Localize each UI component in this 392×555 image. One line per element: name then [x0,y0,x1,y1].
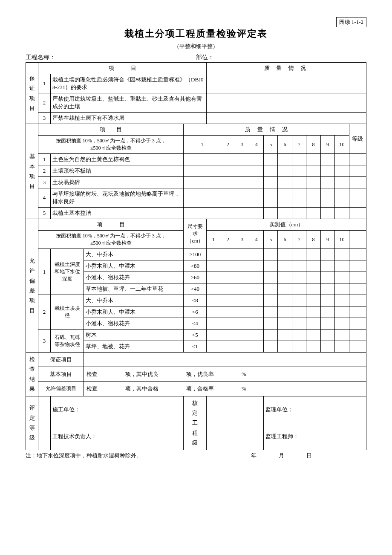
value-cell[interactable] [278,306,292,318]
value-cell[interactable] [221,208,235,219]
value-cell[interactable] [349,330,366,341]
value-cell[interactable] [335,341,349,353]
results-dev-text[interactable]: 检查 项，其中合格 项，合格率 % [84,382,366,396]
value-cell[interactable] [278,283,292,295]
value-cell[interactable] [207,330,221,341]
value-cell[interactable] [306,341,320,353]
value-cell[interactable] [249,272,263,283]
value-cell[interactable] [235,249,249,260]
value-cell[interactable] [263,318,277,330]
value-cell[interactable] [278,272,292,283]
value-cell[interactable] [306,260,320,272]
value-cell[interactable] [292,283,306,295]
value-cell[interactable] [349,295,366,306]
value-cell[interactable] [306,272,320,283]
value-cell[interactable] [320,341,334,353]
value-cell[interactable] [349,272,366,283]
value-cell[interactable] [349,249,366,260]
value-cell[interactable] [221,330,235,341]
value-cell[interactable] [221,177,235,188]
value-cell[interactable] [335,283,349,295]
value-cell[interactable] [292,306,306,318]
value-cell[interactable] [320,165,334,177]
value-cell[interactable] [221,165,235,177]
value-cell[interactable] [263,165,277,177]
value-cell[interactable] [249,208,263,219]
value-cell[interactable] [207,306,221,318]
value-cell[interactable] [235,208,249,219]
value-cell[interactable] [249,306,263,318]
value-cell[interactable] [249,295,263,306]
value-cell[interactable] [235,341,249,353]
value-cell[interactable] [263,330,277,341]
value-cell[interactable] [278,318,292,330]
value-cell[interactable] [320,330,334,341]
value-cell[interactable] [320,177,334,188]
value-cell[interactable] [349,283,366,295]
value-cell[interactable] [221,341,235,353]
value-cell[interactable] [207,260,221,272]
value-cell[interactable] [235,154,249,165]
value-cell[interactable] [349,177,366,188]
value-cell[interactable] [278,165,292,177]
results-guarantee-value[interactable] [84,353,366,367]
value-cell[interactable] [184,177,221,188]
value-cell[interactable] [221,318,235,330]
value-cell[interactable] [263,341,277,353]
value-cell[interactable] [235,260,249,272]
value-cell[interactable] [207,74,366,93]
value-cell[interactable] [278,208,292,219]
value-cell[interactable] [249,260,263,272]
value-cell[interactable] [249,341,263,353]
value-cell[interactable] [320,272,334,283]
value-cell[interactable] [235,295,249,306]
value-cell[interactable] [207,93,366,113]
value-cell[interactable] [278,154,292,165]
value-cell[interactable] [263,272,277,283]
value-cell[interactable] [349,165,366,177]
value-cell[interactable] [263,260,277,272]
value-cell[interactable] [320,208,334,219]
value-cell[interactable] [235,330,249,341]
value-cell[interactable] [306,295,320,306]
results-basic-text[interactable]: 检查 项，其中优良 项，优良率 % [84,367,366,382]
value-cell[interactable] [306,249,320,260]
value-cell[interactable] [292,249,306,260]
value-cell[interactable] [207,113,366,124]
value-cell[interactable] [249,188,263,208]
value-cell[interactable] [235,272,249,283]
value-cell[interactable] [292,295,306,306]
value-cell[interactable] [221,295,235,306]
value-cell[interactable] [306,208,320,219]
value-cell[interactable] [263,154,277,165]
value-cell[interactable] [335,165,349,177]
value-cell[interactable] [335,318,349,330]
rating-grade-value[interactable] [38,396,51,450]
value-cell[interactable] [349,341,366,353]
value-cell[interactable] [235,306,249,318]
value-cell[interactable] [263,283,277,295]
value-cell[interactable] [306,283,320,295]
value-cell[interactable] [320,249,334,260]
value-cell[interactable] [249,154,263,165]
value-cell[interactable] [335,154,349,165]
value-cell[interactable] [349,306,366,318]
value-cell[interactable] [221,283,235,295]
supervise-unit[interactable]: 监理单位： [263,396,366,423]
value-cell[interactable] [184,188,221,208]
value-cell[interactable] [306,177,320,188]
value-cell[interactable] [292,318,306,330]
value-cell[interactable] [320,295,334,306]
value-cell[interactable] [306,318,320,330]
value-cell[interactable] [278,330,292,341]
tech-leader[interactable]: 工程技术负责人： [51,423,184,450]
value-cell[interactable] [306,165,320,177]
value-cell[interactable] [221,249,235,260]
value-cell[interactable] [235,177,249,188]
value-cell[interactable] [320,188,334,208]
value-cell[interactable] [335,177,349,188]
value-cell[interactable] [207,249,221,260]
value-cell[interactable] [306,154,320,165]
value-cell[interactable] [292,272,306,283]
value-cell[interactable] [292,177,306,188]
